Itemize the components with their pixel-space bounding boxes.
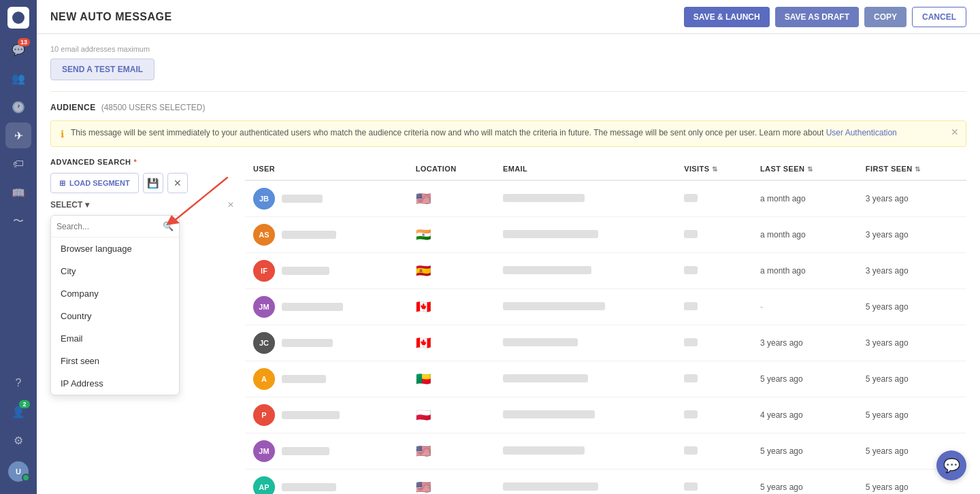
- user-avatar[interactable]: U: [8, 461, 29, 482]
- page-content: 10 email addresses maximum SEND A TEST E…: [37, 34, 980, 494]
- info-text: This message will be sent immediately to…: [71, 128, 897, 137]
- location-cell-8: 🇺🇸: [408, 470, 495, 495]
- user-name-blurred: [282, 483, 336, 491]
- test-email-section: 10 email addresses maximum SEND A TEST E…: [50, 45, 966, 92]
- avatar: JC: [253, 332, 275, 354]
- table-row: A 🇧🇯 5 years ago 5 years ago: [245, 361, 966, 397]
- audience-header: AUDIENCE (48500 USERS SELECTED): [50, 103, 966, 112]
- dropdown-item-first-seen[interactable]: First seen: [51, 350, 179, 372]
- user-cell-3: JM: [245, 289, 408, 325]
- location-cell-1: 🇮🇳: [408, 217, 495, 253]
- clear-segment-button[interactable]: ✕: [167, 173, 188, 193]
- email-cell-4: [495, 325, 676, 361]
- table-row: IF 🇪🇸 a month ago 3 years ago: [245, 253, 966, 289]
- avatar: A: [253, 368, 275, 390]
- avatar: JM: [253, 296, 275, 318]
- chat-icon: 💬: [943, 457, 960, 474]
- first-seen-cell-0: 3 years ago: [858, 180, 966, 217]
- select-dropdown-trigger[interactable]: SELECT ▾: [50, 200, 89, 210]
- page-title: NEW AUTO MESSAGE: [50, 11, 172, 23]
- advanced-search-header: ADVANCED SEARCH *: [50, 158, 234, 166]
- sidebar-item-online[interactable]: 👤 2: [5, 399, 31, 425]
- first-seen-cell-4: 3 years ago: [858, 325, 966, 361]
- first-seen-text: 5 years ago: [866, 302, 909, 312]
- avatar: IF: [253, 260, 275, 282]
- location-cell-2: 🇪🇸: [408, 253, 495, 289]
- last-seen-text: 5 years ago: [760, 482, 803, 492]
- messages-badge: 13: [18, 38, 30, 46]
- avatar-online-badge: [22, 474, 30, 482]
- email-cell-0: [495, 180, 676, 217]
- settings-icon: ⚙: [14, 434, 23, 447]
- save-segment-button[interactable]: 💾: [143, 173, 163, 193]
- last-seen-text: 3 years ago: [760, 338, 803, 348]
- email-cell-3: [495, 289, 676, 325]
- dropdown-item-country[interactable]: Country: [51, 305, 179, 327]
- sidebar-item-chart[interactable]: 〜: [5, 208, 31, 234]
- first-seen-text: 3 years ago: [866, 338, 909, 348]
- info-close-button[interactable]: ✕: [951, 127, 959, 137]
- table-row: AP 🇺🇸 5 years ago 5 years ago: [245, 470, 966, 495]
- visits-blurred: [684, 266, 698, 274]
- dropdown-item-email[interactable]: Email: [51, 327, 179, 350]
- load-segment-button[interactable]: ⊞ LOAD SEGMENT: [50, 173, 139, 193]
- cancel-button[interactable]: CANCEL: [912, 7, 966, 27]
- last-seen-text: a month ago: [760, 230, 806, 240]
- select-clear-icon[interactable]: ✕: [227, 200, 234, 210]
- sidebar-item-help[interactable]: ?: [5, 370, 31, 396]
- save-launch-button[interactable]: SAVE & LAUNCH: [684, 7, 770, 27]
- email-blurred: [503, 374, 588, 382]
- email-cell-5: [495, 361, 676, 397]
- main-content: NEW AUTO MESSAGE SAVE & LAUNCH SAVE AS D…: [37, 0, 980, 494]
- sidebar-item-clock[interactable]: 🕐: [5, 94, 31, 120]
- email-blurred: [503, 482, 598, 491]
- sidebar-item-book[interactable]: 📖: [5, 180, 31, 205]
- visits-cell-6: [676, 397, 752, 433]
- email-blurred: [503, 338, 578, 346]
- info-icon: ℹ: [61, 129, 64, 139]
- user-cell-6: P: [245, 397, 408, 433]
- sidebar-item-send[interactable]: ✈: [5, 122, 31, 148]
- chat-button[interactable]: 💬: [936, 450, 966, 480]
- flag-icon: 🇮🇳: [416, 228, 431, 242]
- contacts-icon: 👥: [12, 72, 25, 85]
- last-seen-text: 5 years ago: [760, 446, 803, 456]
- dropdown-item-company[interactable]: Company: [51, 282, 179, 305]
- first-seen-cell-1: 3 years ago: [858, 217, 966, 253]
- search-panel: ADVANCED SEARCH * ⊞ LOAD SEGMENT 💾 ✕: [50, 158, 234, 494]
- send-test-email-button[interactable]: SEND A TEST EMAIL: [50, 59, 154, 80]
- user-name-blurred: [282, 195, 323, 203]
- location-cell-4: 🇨🇦: [408, 325, 495, 361]
- location-cell-5: 🇧🇯: [408, 361, 495, 397]
- table-row: JM 🇺🇸 5 years ago 5 years ago: [245, 433, 966, 470]
- email-blurred: [503, 230, 598, 238]
- user-name-blurred: [282, 339, 333, 347]
- email-cell-7: [495, 433, 676, 470]
- clear-icon: ✕: [174, 178, 182, 188]
- send-icon: ✈: [14, 129, 23, 142]
- user-name-blurred: [282, 303, 343, 311]
- auth-link[interactable]: User Authentication: [826, 128, 897, 137]
- dropdown-item-city[interactable]: City: [51, 260, 179, 282]
- table-row: AS 🇮🇳 a month ago 3 years ago: [245, 217, 966, 253]
- sidebar-item-settings[interactable]: ⚙: [5, 427, 31, 453]
- first-seen-text: 3 years ago: [866, 194, 909, 203]
- dropdown-item-browser-language[interactable]: Browser language: [51, 237, 179, 260]
- save-draft-button[interactable]: SAVE AS DRAFT: [775, 7, 859, 27]
- last-seen-text: 5 years ago: [760, 374, 803, 384]
- dropdown-item-ip-address[interactable]: IP Address: [51, 372, 179, 395]
- col-visits: VISITS ⇅: [676, 158, 752, 180]
- visits-blurred: [684, 482, 698, 491]
- save-icon: 💾: [147, 178, 159, 188]
- visits-blurred: [684, 410, 698, 418]
- user-name-blurred: [282, 231, 336, 239]
- sidebar-item-tag[interactable]: 🏷: [5, 151, 31, 177]
- dropdown-search-input[interactable]: [56, 222, 159, 231]
- sidebar-item-contacts[interactable]: 👥: [5, 65, 31, 91]
- sidebar-item-messages[interactable]: 💬 13: [5, 37, 31, 63]
- header-actions: SAVE & LAUNCH SAVE AS DRAFT COPY CANCEL: [684, 7, 966, 27]
- table-scroll: USER LOCATION EMAIL VISITS ⇅ LAST SEEN ⇅…: [245, 158, 966, 494]
- help-icon: ?: [16, 377, 22, 389]
- copy-button[interactable]: COPY: [864, 7, 906, 27]
- avatar: JM: [253, 440, 275, 462]
